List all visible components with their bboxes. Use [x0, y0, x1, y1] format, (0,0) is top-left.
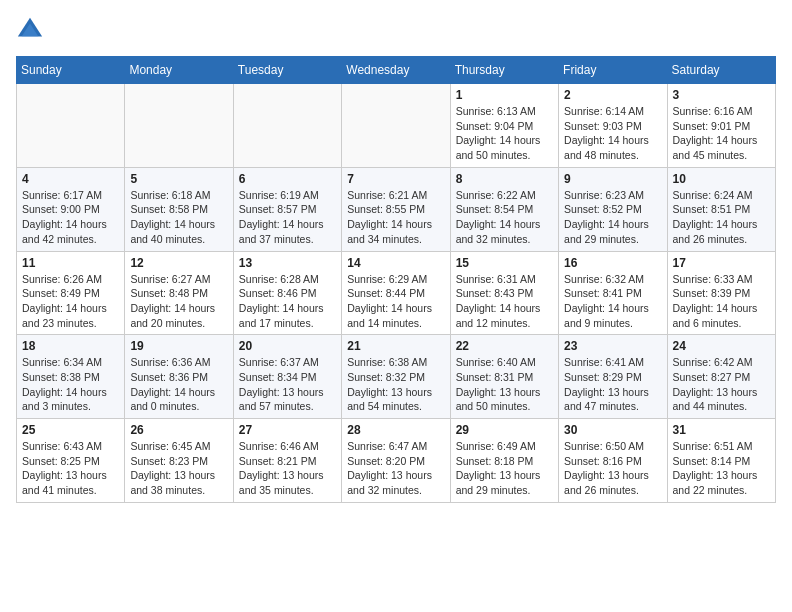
logo-icon: [16, 16, 44, 44]
day-number: 7: [347, 172, 444, 186]
day-number: 22: [456, 339, 553, 353]
week-row-5: 25Sunrise: 6:43 AM Sunset: 8:25 PM Dayli…: [17, 419, 776, 503]
day-cell-24: 24Sunrise: 6:42 AM Sunset: 8:27 PM Dayli…: [667, 335, 775, 419]
day-info: Sunrise: 6:21 AM Sunset: 8:55 PM Dayligh…: [347, 188, 444, 247]
day-info: Sunrise: 6:34 AM Sunset: 8:38 PM Dayligh…: [22, 355, 119, 414]
day-info: Sunrise: 6:41 AM Sunset: 8:29 PM Dayligh…: [564, 355, 661, 414]
empty-cell: [17, 84, 125, 168]
day-cell-3: 3Sunrise: 6:16 AM Sunset: 9:01 PM Daylig…: [667, 84, 775, 168]
day-number: 12: [130, 256, 227, 270]
day-number: 17: [673, 256, 770, 270]
day-number: 25: [22, 423, 119, 437]
day-number: 8: [456, 172, 553, 186]
day-cell-25: 25Sunrise: 6:43 AM Sunset: 8:25 PM Dayli…: [17, 419, 125, 503]
day-info: Sunrise: 6:27 AM Sunset: 8:48 PM Dayligh…: [130, 272, 227, 331]
day-info: Sunrise: 6:36 AM Sunset: 8:36 PM Dayligh…: [130, 355, 227, 414]
day-info: Sunrise: 6:43 AM Sunset: 8:25 PM Dayligh…: [22, 439, 119, 498]
weekday-header-friday: Friday: [559, 57, 667, 84]
day-cell-15: 15Sunrise: 6:31 AM Sunset: 8:43 PM Dayli…: [450, 251, 558, 335]
day-cell-12: 12Sunrise: 6:27 AM Sunset: 8:48 PM Dayli…: [125, 251, 233, 335]
day-number: 16: [564, 256, 661, 270]
day-info: Sunrise: 6:26 AM Sunset: 8:49 PM Dayligh…: [22, 272, 119, 331]
day-number: 15: [456, 256, 553, 270]
day-info: Sunrise: 6:23 AM Sunset: 8:52 PM Dayligh…: [564, 188, 661, 247]
day-cell-20: 20Sunrise: 6:37 AM Sunset: 8:34 PM Dayli…: [233, 335, 341, 419]
day-info: Sunrise: 6:33 AM Sunset: 8:39 PM Dayligh…: [673, 272, 770, 331]
day-number: 18: [22, 339, 119, 353]
weekday-header-saturday: Saturday: [667, 57, 775, 84]
day-info: Sunrise: 6:18 AM Sunset: 8:58 PM Dayligh…: [130, 188, 227, 247]
day-info: Sunrise: 6:17 AM Sunset: 9:00 PM Dayligh…: [22, 188, 119, 247]
day-info: Sunrise: 6:32 AM Sunset: 8:41 PM Dayligh…: [564, 272, 661, 331]
empty-cell: [342, 84, 450, 168]
day-cell-23: 23Sunrise: 6:41 AM Sunset: 8:29 PM Dayli…: [559, 335, 667, 419]
day-cell-28: 28Sunrise: 6:47 AM Sunset: 8:20 PM Dayli…: [342, 419, 450, 503]
day-number: 3: [673, 88, 770, 102]
empty-cell: [125, 84, 233, 168]
day-cell-6: 6Sunrise: 6:19 AM Sunset: 8:57 PM Daylig…: [233, 167, 341, 251]
day-info: Sunrise: 6:16 AM Sunset: 9:01 PM Dayligh…: [673, 104, 770, 163]
day-cell-27: 27Sunrise: 6:46 AM Sunset: 8:21 PM Dayli…: [233, 419, 341, 503]
day-cell-14: 14Sunrise: 6:29 AM Sunset: 8:44 PM Dayli…: [342, 251, 450, 335]
weekday-header-sunday: Sunday: [17, 57, 125, 84]
day-number: 21: [347, 339, 444, 353]
day-info: Sunrise: 6:40 AM Sunset: 8:31 PM Dayligh…: [456, 355, 553, 414]
day-number: 23: [564, 339, 661, 353]
day-info: Sunrise: 6:13 AM Sunset: 9:04 PM Dayligh…: [456, 104, 553, 163]
calendar: SundayMondayTuesdayWednesdayThursdayFrid…: [16, 56, 776, 503]
day-cell-8: 8Sunrise: 6:22 AM Sunset: 8:54 PM Daylig…: [450, 167, 558, 251]
day-info: Sunrise: 6:45 AM Sunset: 8:23 PM Dayligh…: [130, 439, 227, 498]
day-cell-18: 18Sunrise: 6:34 AM Sunset: 8:38 PM Dayli…: [17, 335, 125, 419]
day-number: 14: [347, 256, 444, 270]
day-number: 26: [130, 423, 227, 437]
day-cell-17: 17Sunrise: 6:33 AM Sunset: 8:39 PM Dayli…: [667, 251, 775, 335]
week-row-2: 4Sunrise: 6:17 AM Sunset: 9:00 PM Daylig…: [17, 167, 776, 251]
day-info: Sunrise: 6:37 AM Sunset: 8:34 PM Dayligh…: [239, 355, 336, 414]
weekday-header-row: SundayMondayTuesdayWednesdayThursdayFrid…: [17, 57, 776, 84]
day-number: 30: [564, 423, 661, 437]
day-number: 13: [239, 256, 336, 270]
week-row-1: 1Sunrise: 6:13 AM Sunset: 9:04 PM Daylig…: [17, 84, 776, 168]
day-info: Sunrise: 6:46 AM Sunset: 8:21 PM Dayligh…: [239, 439, 336, 498]
day-number: 5: [130, 172, 227, 186]
day-number: 27: [239, 423, 336, 437]
day-number: 19: [130, 339, 227, 353]
day-number: 4: [22, 172, 119, 186]
weekday-header-monday: Monday: [125, 57, 233, 84]
day-cell-13: 13Sunrise: 6:28 AM Sunset: 8:46 PM Dayli…: [233, 251, 341, 335]
day-info: Sunrise: 6:42 AM Sunset: 8:27 PM Dayligh…: [673, 355, 770, 414]
weekday-header-wednesday: Wednesday: [342, 57, 450, 84]
day-info: Sunrise: 6:22 AM Sunset: 8:54 PM Dayligh…: [456, 188, 553, 247]
day-cell-9: 9Sunrise: 6:23 AM Sunset: 8:52 PM Daylig…: [559, 167, 667, 251]
day-number: 11: [22, 256, 119, 270]
day-info: Sunrise: 6:38 AM Sunset: 8:32 PM Dayligh…: [347, 355, 444, 414]
day-cell-16: 16Sunrise: 6:32 AM Sunset: 8:41 PM Dayli…: [559, 251, 667, 335]
day-cell-31: 31Sunrise: 6:51 AM Sunset: 8:14 PM Dayli…: [667, 419, 775, 503]
day-info: Sunrise: 6:24 AM Sunset: 8:51 PM Dayligh…: [673, 188, 770, 247]
day-info: Sunrise: 6:28 AM Sunset: 8:46 PM Dayligh…: [239, 272, 336, 331]
day-info: Sunrise: 6:51 AM Sunset: 8:14 PM Dayligh…: [673, 439, 770, 498]
weekday-header-thursday: Thursday: [450, 57, 558, 84]
day-number: 9: [564, 172, 661, 186]
day-number: 28: [347, 423, 444, 437]
day-cell-5: 5Sunrise: 6:18 AM Sunset: 8:58 PM Daylig…: [125, 167, 233, 251]
day-info: Sunrise: 6:19 AM Sunset: 8:57 PM Dayligh…: [239, 188, 336, 247]
day-number: 31: [673, 423, 770, 437]
day-cell-29: 29Sunrise: 6:49 AM Sunset: 8:18 PM Dayli…: [450, 419, 558, 503]
day-number: 24: [673, 339, 770, 353]
day-cell-2: 2Sunrise: 6:14 AM Sunset: 9:03 PM Daylig…: [559, 84, 667, 168]
logo: [16, 16, 50, 44]
day-info: Sunrise: 6:14 AM Sunset: 9:03 PM Dayligh…: [564, 104, 661, 163]
day-info: Sunrise: 6:31 AM Sunset: 8:43 PM Dayligh…: [456, 272, 553, 331]
day-number: 2: [564, 88, 661, 102]
day-cell-22: 22Sunrise: 6:40 AM Sunset: 8:31 PM Dayli…: [450, 335, 558, 419]
day-number: 1: [456, 88, 553, 102]
day-number: 10: [673, 172, 770, 186]
day-cell-30: 30Sunrise: 6:50 AM Sunset: 8:16 PM Dayli…: [559, 419, 667, 503]
day-number: 20: [239, 339, 336, 353]
day-cell-11: 11Sunrise: 6:26 AM Sunset: 8:49 PM Dayli…: [17, 251, 125, 335]
day-cell-4: 4Sunrise: 6:17 AM Sunset: 9:00 PM Daylig…: [17, 167, 125, 251]
day-number: 29: [456, 423, 553, 437]
day-cell-26: 26Sunrise: 6:45 AM Sunset: 8:23 PM Dayli…: [125, 419, 233, 503]
week-row-4: 18Sunrise: 6:34 AM Sunset: 8:38 PM Dayli…: [17, 335, 776, 419]
